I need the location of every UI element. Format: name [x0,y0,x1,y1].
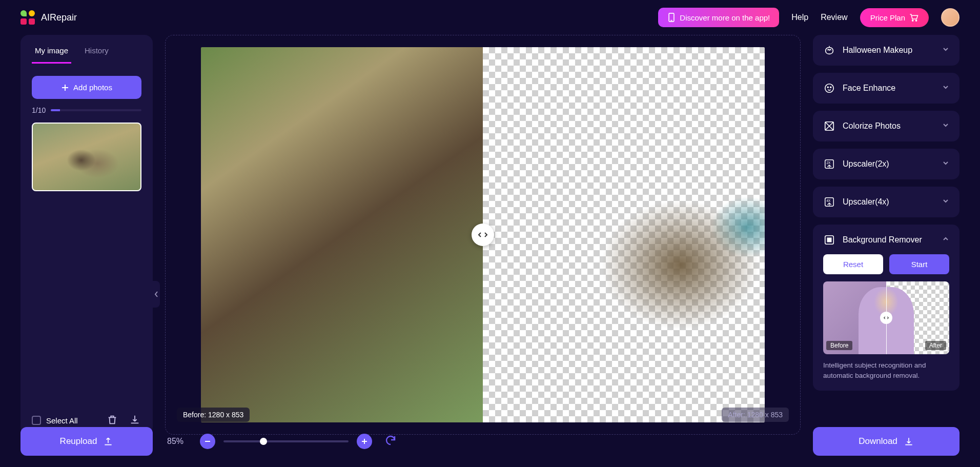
canvas-area: Before: 1280 x 853 After: 1280 x 853 [165,35,801,435]
zoom-slider[interactable] [223,440,349,442]
preview-after-tag: After [925,341,946,350]
plus-icon [61,84,69,92]
zoom-in-button[interactable] [357,434,372,449]
face-icon [823,82,835,94]
photo-count-bar [51,109,141,111]
tool-upscaler-2x[interactable]: 2X Upscaler(2x) [813,149,959,179]
tool-colorize-photos[interactable]: Colorize Photos [813,111,959,141]
comparison-canvas[interactable] [201,47,765,422]
contrast-icon [823,120,835,132]
minus-icon [204,438,211,445]
sidebar: My image History Add photos 1/10 Select … [21,35,153,435]
app-logo[interactable]: AIRepair [21,10,77,25]
add-photos-button[interactable]: Add photos [32,76,141,99]
tool-label: Upscaler(2x) [843,159,935,169]
bg-remove-icon [823,234,835,246]
tool-halloween-makeup[interactable]: Halloween Makeup [813,35,959,66]
download-button[interactable]: Download [813,427,959,456]
tool-label: Colorize Photos [843,121,935,131]
svg-point-2 [912,20,913,21]
svg-point-7 [827,87,828,88]
tab-history[interactable]: History [81,41,112,64]
chevron-up-icon [942,235,949,245]
tools-panel: Halloween Makeup Face Enhance Colorize P… [813,35,959,435]
drag-arrows-icon [477,231,488,238]
zoom-reset-button[interactable] [384,434,397,449]
photo-count: 1/10 [32,106,46,114]
brand-name: AIRepair [41,12,77,23]
price-plan-label: Price Plan [870,13,905,22]
phone-icon [667,13,676,22]
plus-icon [361,438,368,445]
preview-before-tag: Before [826,341,852,350]
thumbnail-1[interactable] [32,123,141,191]
svg-text:4X: 4X [827,199,831,202]
tab-my-image[interactable]: My image [32,41,71,64]
reset-button[interactable]: Reset [823,254,883,274]
svg-point-3 [915,20,916,21]
tool-description: Intelligent subject recognition and auto… [823,360,949,381]
zoom-out-button[interactable] [200,434,215,449]
logo-icon [21,10,35,25]
tool-face-enhance[interactable]: Face Enhance [813,73,959,104]
discover-app-button[interactable]: Discover more on the app! [658,8,779,27]
chevron-down-icon [942,84,949,93]
upscale-2x-icon: 2X [823,158,835,170]
discover-app-label: Discover more on the app! [680,13,770,22]
cart-icon [909,13,918,22]
chevron-down-icon [942,46,949,55]
svg-point-6 [825,84,834,93]
sidebar-collapse[interactable] [153,281,160,308]
preview-slider-handle [880,312,892,324]
chevron-left-icon [154,291,158,298]
tool-preview: Before After [823,281,949,354]
upscale-4x-icon: 4X [823,196,835,208]
tool-label: Background Remover [843,235,935,245]
upload-icon [103,436,113,446]
after-pane [483,47,765,422]
start-button[interactable]: Start [889,254,949,274]
price-plan-button[interactable]: Price Plan [860,8,929,27]
zoom-slider-thumb[interactable] [260,438,267,445]
svg-rect-15 [827,238,831,241]
download-icon [904,436,914,446]
tool-upscaler-4x[interactable]: 4X Upscaler(4x) [813,187,959,217]
add-photos-label: Add photos [73,83,112,92]
review-link[interactable]: Review [821,13,847,22]
zoom-percent: 85% [167,437,192,446]
comparison-slider-handle[interactable] [472,224,494,246]
download-label: Download [859,436,897,446]
chevron-down-icon [942,197,949,207]
tool-label: Face Enhance [843,84,935,93]
reupload-label: Reupload [60,436,97,446]
chevron-down-icon [942,159,949,169]
avatar[interactable] [941,8,959,27]
after-dimensions-badge: After: 1280 x 853 [722,408,789,422]
svg-point-8 [830,87,831,88]
chevron-down-icon [942,121,949,131]
help-link[interactable]: Help [791,13,808,22]
refresh-icon [384,434,397,446]
pumpkin-icon [823,44,835,56]
tool-label: Halloween Makeup [843,46,935,55]
svg-text:2X: 2X [827,161,831,165]
tool-background-remover[interactable]: Background Remover Reset Start Before [813,225,959,391]
reupload-button[interactable]: Reupload [21,427,153,456]
tool-label: Upscaler(4x) [843,197,935,207]
before-dimensions-badge: Before: 1280 x 853 [177,408,250,422]
